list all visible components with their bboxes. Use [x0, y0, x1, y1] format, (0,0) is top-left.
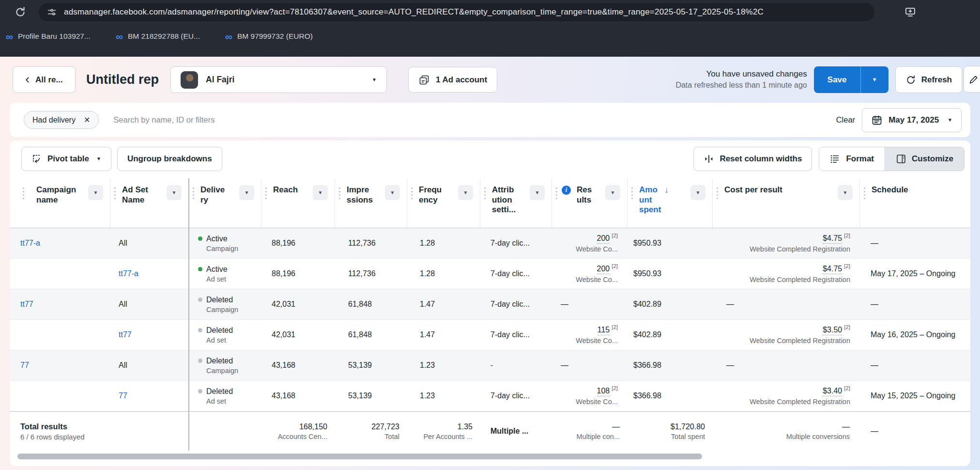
column-header-amount-spent[interactable]: Amo unt spent↓▼ [628, 178, 713, 228]
column-header-results[interactable]: iRes ults▼ [552, 178, 628, 228]
ad-set-link[interactable]: 77 [119, 392, 189, 400]
bookmark-profile-baru[interactable]: ∞ Profile Baru 103927... [6, 31, 91, 42]
column-header-cost-per-result[interactable]: Cost per result▼ [713, 178, 860, 228]
format-button[interactable]: Format [819, 147, 885, 171]
column-header-impressions[interactable]: Impre ssions▼ [335, 178, 407, 228]
ungroup-breakdowns-button[interactable]: Ungroup breakdowns [117, 147, 222, 171]
reset-column-widths-button[interactable]: Reset column widths [693, 147, 812, 171]
metric-value[interactable]: 200 [597, 265, 610, 274]
delivery-level: Ad set [206, 397, 261, 405]
column-drag-handle[interactable] [484, 187, 486, 201]
site-info-icon[interactable] [46, 7, 57, 17]
cell-reach: 88,196 [261, 228, 335, 258]
metric-value[interactable]: $4.75 [823, 265, 842, 274]
column-drag-handle[interactable] [411, 187, 413, 201]
cell-cost-per-result: $3.40[2]Website Completed Registration [713, 381, 860, 411]
metric-value[interactable]: $3.50 [823, 326, 842, 335]
column-drag-handle[interactable] [192, 187, 195, 201]
cell-campaign-name[interactable]: 77 [10, 350, 110, 380]
clear-filters-link[interactable]: Clear [836, 115, 855, 125]
bookmark-bm-218292788[interactable]: ∞ BM 218292788 (EU... [116, 31, 200, 42]
cell-results: — [552, 289, 628, 319]
metric-badge: [2] [612, 385, 618, 391]
close-icon[interactable]: ✕ [84, 115, 90, 125]
cell-ad-set-name[interactable]: tt77-a [110, 259, 189, 289]
delivery-status: Deleted [206, 296, 233, 304]
ad-set-link[interactable]: tt77 [119, 330, 189, 339]
column-header-ad-set-name[interactable]: Ad Set Name▼ [110, 178, 189, 228]
column-drag-handle[interactable] [631, 187, 633, 201]
column-drag-handle[interactable] [265, 187, 267, 201]
table-row: tt77-aAllActiveCampaign88,196112,7361.28… [10, 228, 970, 259]
save-options-button[interactable]: ▼ [860, 66, 888, 93]
metric-value[interactable]: $4.75 [823, 234, 842, 244]
info-icon[interactable]: i [562, 186, 571, 195]
campaign-link[interactable]: tt77 [20, 300, 110, 309]
column-menu-button[interactable]: ▼ [239, 185, 254, 200]
metric-value[interactable]: 115 [597, 326, 610, 335]
install-app-button[interactable] [904, 6, 916, 18]
column-header-frequency[interactable]: Frequ ency▼ [407, 178, 480, 228]
column-drag-handle[interactable] [863, 187, 866, 201]
customize-button[interactable]: Customize [885, 147, 964, 171]
filter-bar: Had delivery ✕ Search by name, ID or fil… [10, 103, 970, 137]
column-drag-handle[interactable] [338, 187, 341, 201]
pivot-table-dropdown[interactable]: Pivot table ▼ [21, 147, 111, 171]
bookmark-bm-97999732[interactable]: ∞ BM 97999732 (EURO) [225, 31, 313, 42]
metric-value[interactable]: 200 [597, 234, 610, 244]
delivery-status: Deleted [206, 387, 233, 396]
cell-ad-set-name[interactable]: tt77 [110, 320, 189, 350]
column-menu-button[interactable]: ▼ [167, 185, 182, 200]
column-menu-button[interactable]: ▼ [690, 185, 705, 200]
back-button-label: All re... [35, 75, 63, 85]
cell-attribution-setting: - [480, 350, 552, 380]
column-menu-button[interactable]: ▼ [458, 185, 473, 200]
column-header-reach[interactable]: Reach▼ [261, 178, 335, 228]
search-input[interactable]: Search by name, ID or filters [113, 115, 214, 125]
save-button[interactable]: Save [814, 66, 860, 93]
account-dropdown[interactable]: Al Fajri ▼ [170, 66, 387, 93]
ad-set-link[interactable]: tt77-a [119, 269, 189, 278]
column-header-delivery[interactable]: Delive ry▼ [189, 178, 261, 228]
campaign-link[interactable]: 77 [20, 361, 110, 370]
reset-column-widths-label: Reset column widths [720, 154, 802, 164]
column-menu-button[interactable]: ▼ [530, 185, 545, 200]
metric-value[interactable]: 108 [597, 387, 610, 396]
column-menu-button[interactable]: ▼ [313, 185, 328, 200]
column-drag-handle[interactable] [22, 187, 25, 201]
column-drag-handle[interactable] [716, 187, 719, 201]
cell-campaign-name[interactable]: tt77-a [10, 228, 110, 258]
column-label: Campaign name [36, 185, 76, 205]
metric-label: Website Completed Registration [750, 398, 850, 406]
cell-delivery: ActiveAd set [189, 259, 261, 289]
column-drag-handle[interactable] [555, 187, 558, 201]
frozen-columns-divider[interactable] [188, 178, 189, 451]
header-extra-button-partial[interactable] [964, 66, 980, 93]
url-bar[interactable]: adsmanager.facebook.com/adsmanager/repor… [39, 3, 874, 21]
refresh-button[interactable]: Refresh [895, 66, 962, 93]
column-menu-button[interactable]: ▼ [385, 185, 400, 200]
horizontal-scrollbar-thumb[interactable] [17, 454, 702, 459]
reload-button[interactable] [13, 4, 28, 20]
column-header-attribution-setting[interactable]: Attrib ution setti...▼ [480, 178, 552, 228]
ad-account-button[interactable]: 1 Ad account [408, 67, 497, 93]
campaign-link[interactable]: tt77-a [20, 239, 110, 248]
cell-impressions: 53,139 [335, 350, 407, 380]
sort-desc-icon[interactable]: ↓ [664, 185, 669, 195]
column-menu-button[interactable]: ▼ [838, 185, 853, 200]
had-delivery-filter-chip[interactable]: Had delivery ✕ [24, 111, 99, 129]
column-menu-button[interactable]: ▼ [88, 185, 103, 200]
cell-attribution-setting: 7-day clic... [480, 289, 552, 319]
cell-reach: 42,031 [261, 289, 335, 319]
metric-value[interactable]: $3.40 [823, 387, 842, 396]
url-text[interactable]: adsmanager.facebook.com/adsmanager/repor… [64, 7, 764, 17]
column-drag-handle[interactable] [114, 187, 116, 201]
column-header-campaign-name[interactable]: Campaign name▼ [10, 178, 110, 228]
column-header-schedule[interactable]: Schedule▼ [860, 178, 970, 228]
cell-delivery: DeletedAd set [189, 381, 261, 411]
cell-ad-set-name[interactable]: 77 [110, 381, 189, 411]
back-to-all-reports-button[interactable]: ‹ All re... [13, 66, 76, 93]
column-menu-button[interactable]: ▼ [605, 185, 620, 200]
date-range-picker[interactable]: May 17, 2025 ▼ [862, 108, 962, 132]
cell-campaign-name[interactable]: tt77 [10, 289, 110, 319]
